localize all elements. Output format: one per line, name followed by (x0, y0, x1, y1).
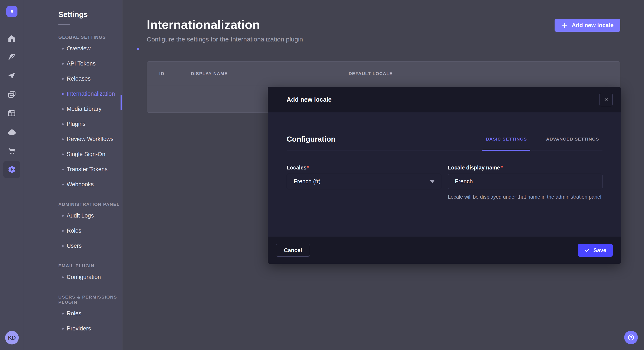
sidebar-item-internationalization[interactable]: Internationalization (24, 86, 122, 101)
cancel-button[interactable]: Cancel (276, 244, 310, 257)
display-name-field: Locale display name* Locale will be disp… (448, 165, 602, 200)
sidebar-item-api-tokens[interactable]: API Tokens (24, 56, 122, 71)
bullet-icon (62, 313, 64, 315)
display-name-label: Locale display name* (448, 165, 602, 171)
settings-gear-icon[interactable] (4, 161, 20, 178)
modal-title: Add new locale (287, 96, 332, 103)
content-feather-icon[interactable] (4, 49, 20, 65)
bullet-icon (62, 276, 64, 278)
sidebar-item-admin-users[interactable]: Users (24, 238, 122, 253)
check-icon (584, 247, 590, 253)
display-name-input[interactable] (448, 174, 602, 189)
modal-footer: Cancel Save (268, 237, 621, 264)
rail-divider (0, 24, 24, 24)
sidebar-item-up-providers[interactable]: Providers (24, 321, 122, 336)
form-fields: Locales* French (fr) Locale display name… (287, 165, 602, 200)
tab-advanced-settings[interactable]: ADVANCED SETTINGS (543, 137, 602, 151)
bullet-icon (62, 138, 64, 140)
locales-field: Locales* French (fr) (287, 165, 441, 200)
bullet-icon (62, 93, 64, 95)
help-button[interactable] (624, 331, 638, 344)
bullet-icon (62, 215, 64, 217)
modal-header: Add new locale (268, 87, 621, 112)
sidebar-item-webhooks[interactable]: Webhooks (24, 177, 122, 192)
sidebar-item-media-library[interactable]: Media Library (24, 101, 122, 117)
sidebar-item-releases[interactable]: Releases (24, 71, 122, 86)
locales-select-value: French (fr) (294, 178, 320, 185)
bullet-icon (62, 123, 64, 125)
add-new-locale-button[interactable]: Add new locale (554, 19, 620, 32)
sidebar-item-transfer-tokens[interactable]: Transfer Tokens (24, 162, 122, 177)
required-asterisk: * (501, 165, 503, 171)
column-header-id: ID (159, 62, 164, 85)
sidebar-item-email-configuration[interactable]: Configuration (24, 270, 122, 285)
locales-label: Locales* (287, 165, 441, 171)
column-header-display-name: DISPLAY NAME (191, 62, 228, 85)
table-header-row: ID DISPLAY NAME DEFAULT LOCALE (147, 62, 620, 85)
home-icon[interactable] (4, 30, 20, 47)
icon-rail: KD (0, 0, 24, 350)
required-asterisk: * (307, 165, 309, 171)
column-header-default-locale: DEFAULT LOCALE (348, 62, 393, 85)
section-header-global-settings: GLOBAL SETTINGS (58, 35, 122, 40)
bullet-icon (62, 169, 64, 170)
layout-panel-icon[interactable] (4, 105, 20, 122)
active-item-indicator (120, 95, 122, 110)
sidebar-title-rule (58, 24, 70, 25)
cart-icon[interactable] (4, 143, 20, 159)
plus-icon (561, 22, 568, 28)
bullet-icon (62, 48, 64, 49)
sidebar-item-admin-roles[interactable]: Roles (24, 223, 122, 238)
user-initials: KD (8, 335, 16, 341)
rail-divider (0, 326, 24, 326)
save-button[interactable]: Save (578, 244, 613, 257)
question-circle-icon (628, 334, 635, 341)
modal-body: Configuration BASIC SETTINGS ADVANCED SE… (268, 112, 621, 237)
media-images-icon[interactable] (4, 86, 20, 103)
bullet-icon (62, 245, 64, 247)
display-name-hint: Locale will be displayed under that name… (448, 193, 602, 200)
strapi-logo-icon (8, 8, 16, 15)
sidebar-item-overview[interactable]: Overview (24, 41, 122, 56)
cloud-icon[interactable] (4, 124, 20, 140)
configuration-section-head: Configuration BASIC SETTINGS ADVANCED SE… (287, 112, 602, 151)
page-title: Internationalization (147, 17, 260, 32)
strapi-logo[interactable] (6, 6, 18, 17)
bullet-icon (62, 108, 64, 110)
bullet-icon (62, 63, 64, 65)
bullet-icon (62, 78, 64, 80)
bullet-icon (62, 154, 64, 155)
sidebar-item-up-roles[interactable]: Roles (24, 306, 122, 321)
send-plane-icon[interactable] (4, 68, 20, 84)
settings-sidebar: Settings GLOBAL SETTINGS Overview API To… (24, 0, 122, 350)
section-title: Configuration (287, 135, 336, 151)
settings-tabs: BASIC SETTINGS ADVANCED SETTINGS (482, 137, 602, 151)
close-icon (603, 97, 609, 102)
bullet-icon (62, 328, 64, 330)
sidebar-title: Settings (24, 0, 122, 19)
bullet-icon (62, 230, 64, 232)
bullet-icon (62, 184, 64, 185)
sidebar-item-audit-logs[interactable]: Audit Logs (24, 208, 122, 223)
user-avatar[interactable]: KD (5, 331, 19, 345)
section-header-users-permissions-plugin: USERS & PERMISSIONS PLUGIN (58, 295, 122, 305)
tab-basic-settings[interactable]: BASIC SETTINGS (482, 137, 530, 151)
sidebar-item-single-sign-on[interactable]: Single Sign-On (24, 147, 122, 162)
locales-select[interactable]: French (fr) (287, 174, 441, 189)
add-locale-modal: Add new locale Configuration BASIC SETTI… (268, 87, 621, 264)
close-button[interactable] (599, 93, 613, 106)
sidebar-item-review-workflows[interactable]: Review Workflows (24, 132, 122, 147)
sidebar-item-plugins[interactable]: Plugins (24, 117, 122, 132)
notification-dot (137, 48, 139, 50)
section-header-administration-panel: ADMINISTRATION PANEL (58, 202, 122, 207)
page-subtitle: Configure the settings for the Internati… (147, 36, 303, 43)
main-content: Internationalization Configure the setti… (123, 0, 644, 350)
section-header-email-plugin: EMAIL PLUGIN (58, 263, 122, 268)
chevron-down-icon (430, 180, 435, 183)
